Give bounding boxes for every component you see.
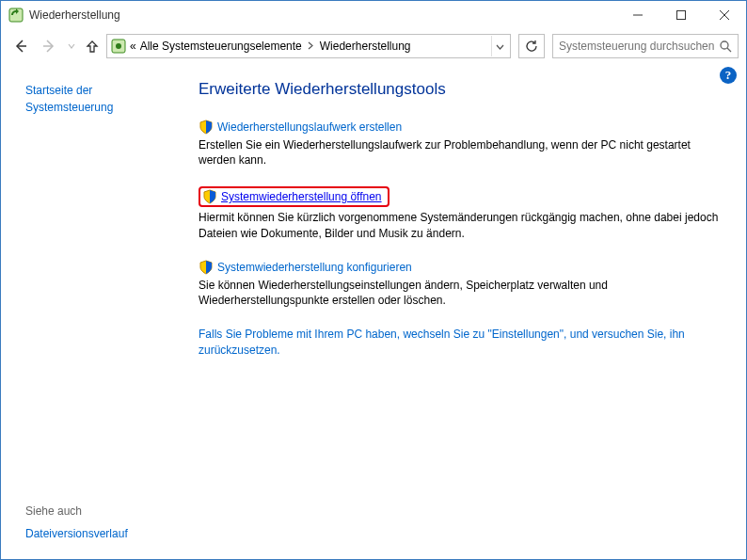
sidebar: Startseite der Systemsteuerung Siehe auc… (1, 69, 189, 559)
control-panel-icon (111, 39, 126, 54)
window-controls (616, 1, 746, 29)
search-icon (719, 40, 732, 53)
forward-button[interactable] (37, 34, 61, 58)
svg-point-9 (721, 41, 728, 49)
svg-rect-2 (677, 11, 686, 20)
body-area: ? Startseite der Systemsteuerung Siehe a… (1, 63, 746, 559)
breadcrumb-current[interactable]: Wiederherstellung (320, 40, 411, 53)
address-bar[interactable]: « Alle Systemsteuerungselemente Wiederhe… (106, 34, 511, 58)
reset-pc-link[interactable]: Falls Sie Probleme mit Ihrem PC haben, w… (199, 327, 725, 359)
configure-system-restore-link[interactable]: Systemwiederherstellung konfigurieren (217, 261, 412, 274)
address-dropdown-icon[interactable] (491, 36, 508, 56)
recent-locations-dropdown[interactable] (65, 34, 78, 58)
window-title: Wiederherstellung (29, 8, 120, 22)
see-also-title: Siehe auch (25, 504, 128, 518)
configure-system-restore-description: Sie können Wiederherstellungseinstellung… (199, 278, 725, 308)
up-button[interactable] (82, 36, 103, 56)
open-system-restore-description: Hiermit können Sie kürzlich vorgenommene… (199, 210, 725, 240)
breadcrumb-parent[interactable]: Alle Systemsteuerungselemente (140, 40, 302, 53)
file-history-link[interactable]: Dateiversionsverlauf (25, 527, 128, 540)
create-recovery-drive-description: Erstellen Sie ein Wiederherstellungslauf… (199, 137, 725, 168)
svg-point-8 (116, 43, 121, 49)
control-panel-home-link[interactable]: Startseite der Systemsteuerung (25, 82, 180, 116)
window-frame: Wiederherstellung (0, 0, 747, 560)
back-button[interactable] (8, 34, 33, 58)
shield-icon (202, 189, 217, 204)
shield-icon (199, 260, 214, 275)
open-system-restore-link[interactable]: Systemwiederherstellung öffnen (221, 190, 382, 203)
minimize-button[interactable] (616, 1, 660, 29)
shield-icon (199, 120, 214, 135)
titlebar: Wiederherstellung (1, 1, 746, 29)
refresh-button[interactable] (518, 34, 545, 58)
main-content: Erweiterte Wiederherstellungstools Wiede… (189, 69, 746, 559)
page-title: Erweiterte Wiederherstellungstools (199, 80, 725, 99)
nav-row: « Alle Systemsteuerungselemente Wiederhe… (1, 29, 746, 63)
breadcrumb-root[interactable]: « (130, 40, 136, 53)
chevron-right-icon[interactable] (306, 40, 316, 53)
task-open-system-restore: Systemwiederherstellung öffnen Hiermit k… (199, 186, 725, 240)
task-create-recovery-drive: Wiederherstellungslaufwerk erstellen Ers… (199, 120, 725, 168)
search-input[interactable] (559, 40, 715, 53)
recovery-icon (8, 8, 24, 23)
close-button[interactable] (703, 1, 746, 29)
create-recovery-drive-link[interactable]: Wiederherstellungslaufwerk erstellen (217, 120, 402, 134)
svg-line-10 (727, 48, 731, 52)
search-box[interactable] (552, 34, 739, 58)
maximize-button[interactable] (660, 1, 703, 29)
task-configure-system-restore: Systemwiederherstellung konfigurieren Si… (199, 260, 725, 308)
highlighted-task: Systemwiederherstellung öffnen (199, 186, 389, 207)
see-also-section: Siehe auch Dateiversionsverlauf (25, 504, 128, 540)
